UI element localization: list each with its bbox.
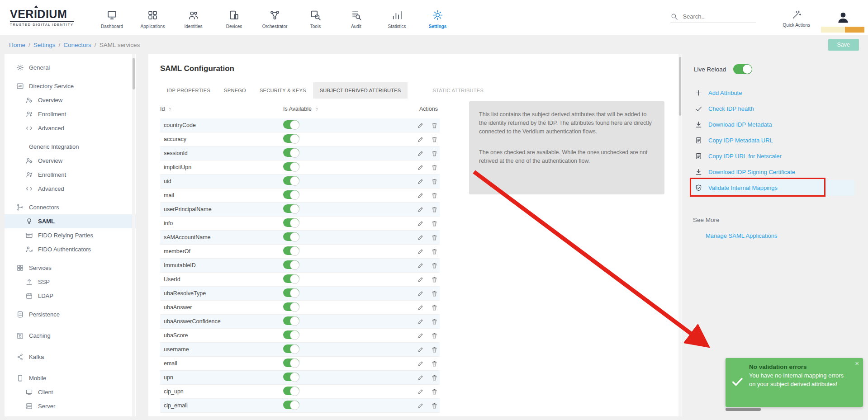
delete-icon[interactable] [431, 360, 438, 367]
tab-spnego[interactable]: SPNEGO [217, 82, 253, 99]
sidebar-item-overview[interactable]: Overview [5, 93, 136, 107]
live-reload-toggle[interactable] [733, 64, 752, 74]
nav-item-orchestrator[interactable]: Orchestrator [261, 7, 289, 29]
tab-security-keys[interactable]: SECURITY & KEYS [253, 82, 313, 99]
nav-item-dashboard[interactable]: Dashboard [98, 7, 126, 29]
sidebar-item-directory-service[interactable]: Directory Service [5, 79, 136, 93]
delete-icon[interactable] [431, 290, 438, 297]
availability-toggle[interactable] [283, 232, 299, 241]
nav-item-settings[interactable]: Settings [424, 7, 452, 29]
delete-icon[interactable] [431, 178, 438, 185]
availability-toggle[interactable] [283, 162, 299, 171]
quick-actions-button[interactable]: Quick Actions [783, 8, 810, 28]
availability-toggle[interactable] [283, 274, 299, 283]
delete-icon[interactable] [431, 262, 438, 269]
edit-icon[interactable] [417, 318, 424, 325]
edit-icon[interactable] [417, 150, 424, 157]
search-input[interactable] [683, 13, 756, 20]
delete-icon[interactable] [431, 136, 438, 143]
sidebar-item-general[interactable]: General [5, 61, 136, 75]
manage-saml-applications-link[interactable]: Manage SAML Applications [706, 232, 778, 239]
sidebar-item-connectors[interactable]: Connectors [5, 200, 136, 214]
nav-item-audit[interactable]: Audit [342, 7, 370, 29]
availability-toggle[interactable] [283, 330, 299, 339]
edit-icon[interactable] [417, 136, 424, 143]
availability-toggle[interactable] [283, 246, 299, 255]
availability-toggle[interactable] [283, 148, 299, 157]
edit-icon[interactable] [417, 262, 424, 269]
sidebar-item-ldap[interactable]: LDAP [5, 289, 136, 303]
nav-item-tools[interactable]: Tools [302, 7, 330, 29]
delete-icon[interactable] [431, 276, 438, 283]
sidebar-item-server[interactable]: Server [5, 399, 136, 413]
delete-icon[interactable] [431, 318, 438, 325]
sidebar-item-persistence[interactable]: Persistence [5, 307, 136, 321]
veridium-logo[interactable]: VERIDIUM TRUSTED DIGITAL IDENTITY [10, 9, 74, 27]
sidebar-item-advanced[interactable]: Advanced [5, 182, 136, 196]
sort-icon[interactable] [167, 107, 172, 112]
delete-icon[interactable] [431, 234, 438, 241]
availability-toggle[interactable] [283, 134, 299, 143]
availability-toggle[interactable] [283, 190, 299, 199]
edit-icon[interactable] [417, 374, 424, 381]
delete-icon[interactable] [431, 332, 438, 339]
availability-toggle[interactable] [283, 344, 299, 353]
nav-item-statistics[interactable]: Statistics [383, 7, 411, 29]
availability-toggle[interactable] [283, 302, 299, 311]
delete-icon[interactable] [431, 150, 438, 157]
edit-icon[interactable] [417, 346, 424, 353]
delete-icon[interactable] [431, 304, 438, 311]
availability-toggle[interactable] [283, 218, 299, 227]
delete-icon[interactable] [431, 192, 438, 199]
edit-icon[interactable] [417, 402, 424, 409]
edit-icon[interactable] [417, 304, 424, 311]
close-icon[interactable]: × [855, 360, 859, 367]
sidebar-item-saml[interactable]: SAML [5, 214, 136, 228]
action-copy-idp-url-for-netscaler[interactable]: Copy IDP URL for Netscaler [693, 148, 854, 164]
breadcrumb-item-conectors[interactable]: Conectors [63, 42, 91, 48]
save-button[interactable]: Save [828, 39, 859, 51]
nav-item-applications[interactable]: Applications [139, 7, 167, 29]
edit-icon[interactable] [417, 360, 424, 367]
sidebar-item-mobile[interactable]: Mobile [5, 371, 136, 385]
sidebar-item-overview[interactable]: Overview [5, 154, 136, 168]
column-is-available[interactable]: Is Available [283, 106, 312, 112]
availability-toggle[interactable] [283, 373, 299, 381]
action-add-attribute[interactable]: Add Attribute [693, 85, 854, 101]
sort-icon[interactable] [314, 107, 319, 112]
tab-idp-properties[interactable]: IDP PROPERTIES [160, 82, 217, 99]
edit-icon[interactable] [417, 248, 424, 255]
breadcrumb-item-settings[interactable]: Settings [33, 42, 56, 48]
edit-icon[interactable] [417, 178, 424, 185]
user-avatar[interactable] [836, 11, 850, 24]
sidebar-item-enrollment[interactable]: Enrollment [5, 168, 136, 182]
edit-icon[interactable] [417, 234, 424, 241]
delete-icon[interactable] [431, 220, 438, 227]
availability-toggle[interactable] [283, 387, 299, 395]
sidebar-item-kafka[interactable]: Kafka [5, 350, 136, 364]
edit-icon[interactable] [417, 192, 424, 199]
sidebar-item-generic-integration[interactable]: Generic Integration [5, 140, 136, 154]
edit-icon[interactable] [417, 122, 424, 129]
action-copy-idp-metadata-url[interactable]: Copy IDP Metadata URL [693, 132, 854, 148]
breadcrumb-item-home[interactable]: Home [9, 42, 25, 48]
delete-icon[interactable] [431, 346, 438, 353]
availability-toggle[interactable] [283, 359, 299, 367]
delete-icon[interactable] [431, 164, 438, 171]
tab-subject-derived-attributes[interactable]: SUBJECT DERIVED ATTRIBUTES [313, 82, 408, 99]
nav-item-devices[interactable]: Devices [220, 7, 248, 29]
sidebar-item-fido-relying-parties[interactable]: FIDO Relying Parties [5, 228, 136, 242]
sidebar-item-caching[interactable]: Caching [5, 329, 136, 343]
delete-icon[interactable] [431, 388, 438, 395]
sidebar-item-enrollment[interactable]: Enrollment [5, 107, 136, 121]
availability-toggle[interactable] [283, 204, 299, 213]
action-validate-internal-mappings[interactable]: Validate Internal Mappings [693, 180, 854, 196]
availability-toggle[interactable] [283, 120, 299, 129]
edit-icon[interactable] [417, 206, 424, 213]
sidebar-item-client[interactable]: Client [5, 385, 136, 399]
edit-icon[interactable] [417, 220, 424, 227]
edit-icon[interactable] [417, 276, 424, 283]
action-download-idp-signing-certificate[interactable]: Download IDP Signing Certificate [693, 164, 854, 180]
column-id[interactable]: Id [160, 106, 165, 112]
availability-toggle[interactable] [283, 316, 299, 325]
